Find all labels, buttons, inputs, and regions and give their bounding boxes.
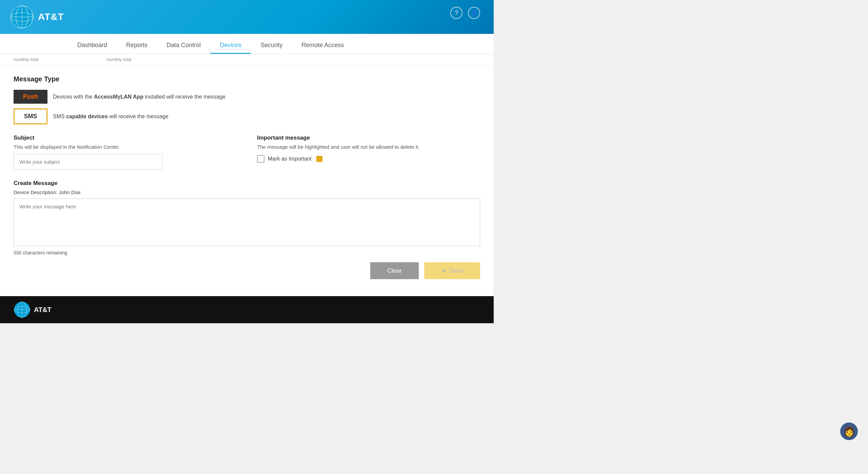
message-type-title: Message Type — [14, 75, 480, 83]
send-button[interactable]: ➤ Send — [424, 262, 480, 279]
footer-logo: AT&T — [14, 301, 52, 318]
main-content: Message Type Push Devices with the Acces… — [0, 65, 494, 296]
footer: AT&T — [0, 296, 494, 323]
mark-important-row: Mark as Important — [257, 155, 480, 163]
device-description: Device Description: John Doe — [14, 189, 480, 195]
importance-icon — [316, 156, 322, 162]
push-description: Devices with the AccessMyLAN App install… — [53, 94, 225, 100]
nav-item-remote-access[interactable]: Remote Access — [292, 38, 353, 54]
action-buttons: Clear ➤ Send — [14, 262, 480, 286]
push-option: Push Devices with the AccessMyLAN App in… — [14, 90, 480, 104]
sms-devices-label: capable devices — [66, 114, 108, 119]
important-message-col: Important message The message will be hi… — [257, 135, 480, 170]
footer-brand-name: AT&T — [34, 306, 52, 314]
nav-item-dashboard[interactable]: Dashboard — [68, 38, 117, 54]
create-message-section: Create Message Device Description: John … — [14, 180, 480, 255]
scroll-indicator: monthly total monthly total — [0, 54, 494, 65]
help-button[interactable]: ? — [450, 7, 462, 19]
nav-item-devices[interactable]: Devices — [210, 38, 251, 54]
logo: AT&T — [10, 5, 64, 29]
sms-description: SMS capable devices will receive the mes… — [53, 114, 169, 120]
brand-name: AT&T — [38, 12, 64, 22]
sms-option: SMS SMS capable devices will receive the… — [14, 108, 480, 124]
send-label: Send — [449, 267, 463, 274]
char-remaining: 500 characters remaining — [14, 250, 480, 255]
important-message-hint: The message will be highlighted and user… — [257, 144, 480, 150]
mark-important-label: Mark as Important — [268, 156, 312, 162]
subject-col: Subject This will be displayed in the No… — [14, 135, 237, 170]
user-icon: 👤 — [470, 9, 478, 17]
nav-item-reports[interactable]: Reports — [117, 38, 157, 54]
header: AT&T ? 👤 — [0, 0, 494, 34]
footer-globe-icon — [14, 301, 31, 318]
nav-item-data-control[interactable]: Data Control — [157, 38, 210, 54]
message-textarea[interactable] — [14, 199, 480, 246]
create-message-label: Create Message — [14, 180, 480, 187]
clear-button[interactable]: Clear — [370, 262, 419, 279]
send-arrow-icon: ➤ — [441, 267, 446, 274]
scroll-left-label: monthly total — [14, 57, 39, 62]
subject-input[interactable] — [14, 154, 163, 170]
att-globe-icon — [10, 5, 34, 29]
nav-bar: Dashboard Reports Data Control Devices S… — [0, 34, 494, 54]
message-type-options: Push Devices with the AccessMyLAN App in… — [14, 90, 480, 124]
subject-label: Subject — [14, 135, 237, 141]
user-button[interactable]: 👤 — [468, 7, 480, 19]
push-button[interactable]: Push — [14, 90, 47, 104]
push-app-name: AccessMyLAN App — [94, 94, 143, 100]
scroll-right-label: monthly total — [106, 57, 132, 62]
important-message-label: Important message — [257, 135, 480, 141]
form-two-col: Subject This will be displayed in the No… — [14, 135, 480, 170]
subject-hint: This will be displayed in the Notificati… — [14, 144, 237, 150]
sms-button[interactable]: SMS — [14, 108, 47, 124]
nav-item-security[interactable]: Security — [251, 38, 292, 54]
mark-important-checkbox[interactable] — [257, 155, 264, 163]
header-icons: ? 👤 — [450, 7, 480, 19]
